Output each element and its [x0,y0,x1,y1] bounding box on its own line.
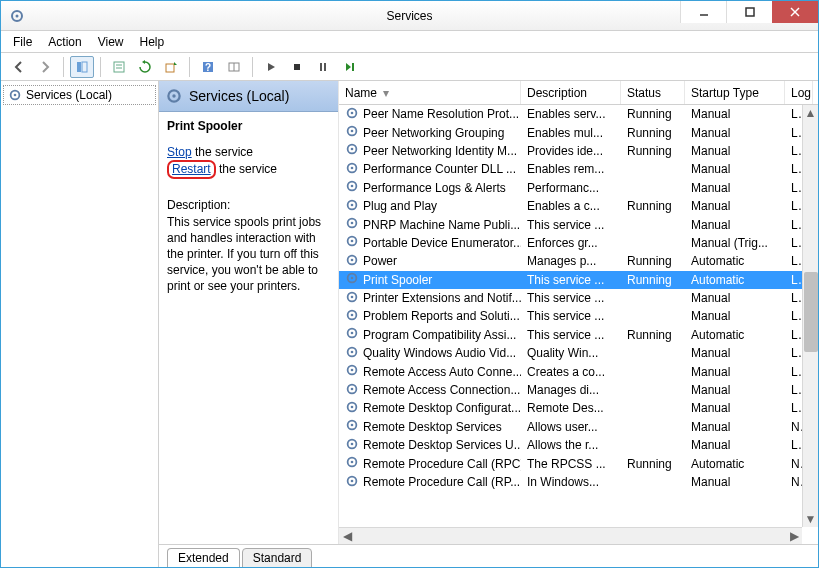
service-row[interactable]: Remote Desktop Services U...Allows the r… [339,436,818,454]
help-button[interactable]: ? [196,56,220,78]
maximize-button[interactable] [726,1,772,23]
svg-point-31 [351,167,354,170]
restart-service-button[interactable] [337,56,361,78]
menu-action[interactable]: Action [40,33,89,51]
service-name-cell: Remote Access Connection... [363,383,520,397]
minimize-button[interactable] [680,1,726,23]
svg-point-47 [351,314,354,317]
tree-root-services-local[interactable]: Services (Local) [3,85,156,105]
menu-view[interactable]: View [90,33,132,51]
back-button[interactable] [7,56,31,78]
service-startup-cell: Manual [685,438,785,452]
service-row[interactable]: PNRP Machine Name Publi...This service .… [339,215,818,233]
scroll-thumb[interactable] [804,272,818,352]
service-status-cell: Running [621,144,685,158]
scroll-right-icon[interactable]: ▶ [786,528,802,545]
service-desc-cell: Allows user... [521,420,621,434]
service-row[interactable]: Remote Procedure Call (RPC)The RPCSS ...… [339,454,818,472]
svg-point-49 [351,332,354,335]
service-icon [345,124,359,141]
svg-point-25 [351,111,354,114]
tree-pane: Services (Local) [1,81,159,567]
refresh-button[interactable] [133,56,157,78]
scroll-up-icon[interactable]: ▲ [803,105,819,121]
tab-standard[interactable]: Standard [242,548,313,568]
vertical-scrollbar[interactable]: ▲ ▼ [802,105,818,527]
service-startup-cell: Manual [685,383,785,397]
column-startup-type[interactable]: Startup Type [685,81,785,104]
svg-point-27 [351,130,354,133]
service-startup-cell: Automatic [685,273,785,287]
service-startup-cell: Manual [685,291,785,305]
service-row[interactable]: Problem Reports and Soluti...This servic… [339,307,818,325]
scroll-left-icon[interactable]: ◀ [339,528,355,545]
service-desc-cell: Performanc... [521,181,621,195]
service-row[interactable]: Peer Networking GroupingEnables mul...Ru… [339,123,818,141]
service-icon [345,271,359,288]
column-name[interactable]: Name▾ [339,81,521,104]
column-status[interactable]: Status [621,81,685,104]
properties-button[interactable] [107,56,131,78]
service-row[interactable]: Remote Procedure Call (RP...In Windows..… [339,473,818,491]
service-row[interactable]: Program Compatibility Assi...This servic… [339,326,818,344]
service-icon [345,179,359,196]
service-row[interactable]: Plug and PlayEnables a c...RunningManual… [339,197,818,215]
service-row[interactable]: Quality Windows Audio Vid...Quality Win.… [339,344,818,362]
service-row[interactable]: Printer Extensions and Notif...This serv… [339,289,818,307]
menubar: File Action View Help [1,31,818,53]
svg-rect-3 [746,8,754,16]
service-row[interactable]: Remote Desktop Configurat...Remote Des..… [339,399,818,417]
forward-button[interactable] [33,56,57,78]
svg-point-35 [351,203,354,206]
service-name-cell: Remote Desktop Services [363,420,502,434]
close-button[interactable] [772,1,818,23]
service-row[interactable]: Print SpoolerThis service ...RunningAuto… [339,271,818,289]
service-icon [345,142,359,159]
tile-button[interactable] [222,56,246,78]
service-row[interactable]: Peer Name Resolution Prot...Enables serv… [339,105,818,123]
show-hide-tree-button[interactable] [70,56,94,78]
service-icon [345,106,359,123]
service-startup-cell: Automatic [685,328,785,342]
service-desc-cell: This service ... [521,328,621,342]
restart-service-link[interactable]: Restart [172,162,211,176]
service-startup-cell: Manual [685,475,785,489]
horizontal-scrollbar[interactable]: ◀ ▶ [339,527,802,544]
service-name-cell: Remote Procedure Call (RPC) [363,457,521,471]
service-row[interactable]: PowerManages p...RunningAutomaticLoc [339,252,818,270]
service-desc-cell: Manages di... [521,383,621,397]
column-logon[interactable]: Log [785,81,813,104]
service-name-cell: Peer Networking Identity M... [363,144,517,158]
sort-caret-icon: ▾ [383,86,389,100]
svg-point-43 [351,277,354,280]
service-row[interactable]: Portable Device Enumerator...Enforces gr… [339,234,818,252]
service-row[interactable]: Performance Logs & AlertsPerformanc...Ma… [339,179,818,197]
tab-extended[interactable]: Extended [167,548,240,568]
service-desc-cell: Creates a co... [521,365,621,379]
tree-root-label: Services (Local) [26,88,112,102]
start-service-button[interactable] [259,56,283,78]
service-status-cell: Running [621,457,685,471]
restart-suffix: the service [216,162,277,176]
service-row[interactable]: Remote Desktop ServicesAllows user...Man… [339,418,818,436]
column-description[interactable]: Description [521,81,621,104]
svg-rect-7 [82,62,87,72]
service-row[interactable]: Peer Networking Identity M...Provides id… [339,142,818,160]
pause-service-button[interactable] [311,56,335,78]
menu-file[interactable]: File [5,33,40,51]
service-startup-cell: Manual [685,401,785,415]
service-row[interactable]: Remote Access Connection...Manages di...… [339,381,818,399]
stop-service-button[interactable] [285,56,309,78]
export-button[interactable] [159,56,183,78]
service-row[interactable]: Performance Counter DLL ...Enables rem..… [339,160,818,178]
service-name-cell: Printer Extensions and Notif... [363,291,521,305]
svg-rect-6 [77,62,81,72]
service-name-cell: Remote Desktop Configurat... [363,401,521,415]
service-row[interactable]: Remote Access Auto Conne...Creates a co.… [339,362,818,380]
stop-service-link[interactable]: Stop [167,145,192,159]
service-name-cell: Peer Name Resolution Prot... [363,107,519,121]
service-status-cell: Running [621,254,685,268]
service-desc-cell: Allows the r... [521,438,621,452]
menu-help[interactable]: Help [132,33,173,51]
scroll-down-icon[interactable]: ▼ [803,511,819,527]
